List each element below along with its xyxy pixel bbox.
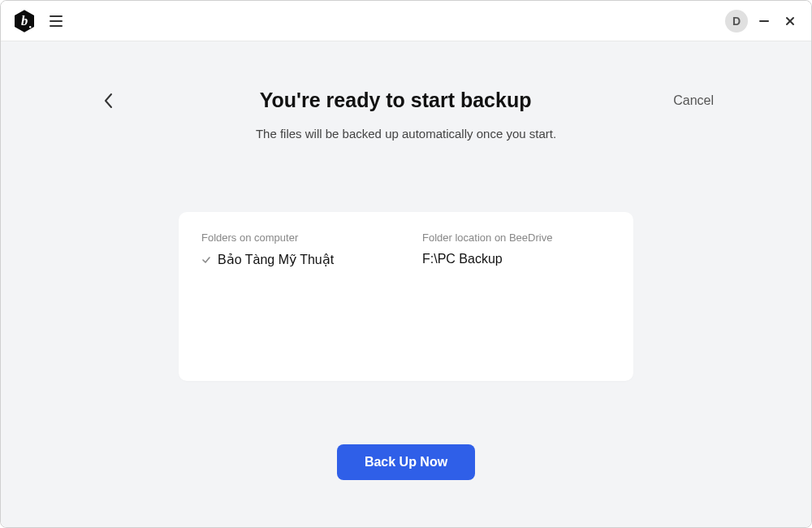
titlebar-right: D	[725, 10, 800, 32]
checkmark-icon	[201, 255, 211, 265]
app-logo-icon: b	[12, 9, 37, 33]
destination-column: Folder location on BeeDrive F:\PC Backup	[422, 232, 611, 361]
page-subtitle: The files will be backed up automaticall…	[256, 127, 556, 141]
source-label: Folders on computer	[201, 232, 390, 244]
menu-icon[interactable]	[46, 12, 66, 30]
svg-text:b: b	[21, 13, 28, 28]
back-button[interactable]	[98, 91, 118, 110]
minimize-button[interactable]	[754, 11, 774, 31]
titlebar-left: b	[12, 9, 66, 33]
source-folder-row: Bảo Tàng Mỹ Thuật	[201, 252, 390, 267]
user-avatar[interactable]: D	[725, 10, 748, 32]
avatar-initial: D	[732, 15, 741, 28]
close-button[interactable]	[780, 11, 800, 31]
svg-point-2	[29, 26, 31, 28]
titlebar: b D	[1, 1, 811, 41]
backup-now-button[interactable]: Back Up Now	[337, 444, 475, 480]
source-column: Folders on computer Bảo Tàng Mỹ Thuật	[201, 232, 390, 361]
content-area: You're ready to start backup Cancel The …	[1, 41, 811, 527]
app-window: b D You're ready to start	[0, 0, 812, 528]
page-title: You're ready to start backup	[118, 89, 673, 112]
cancel-link[interactable]: Cancel	[673, 93, 714, 108]
destination-label: Folder location on BeeDrive	[422, 232, 611, 244]
header-row: You're ready to start backup Cancel	[1, 89, 811, 112]
destination-path: F:\PC Backup	[422, 252, 611, 266]
summary-card: Folders on computer Bảo Tàng Mỹ Thuật Fo…	[179, 212, 633, 381]
source-folder-name: Bảo Tàng Mỹ Thuật	[218, 252, 334, 267]
